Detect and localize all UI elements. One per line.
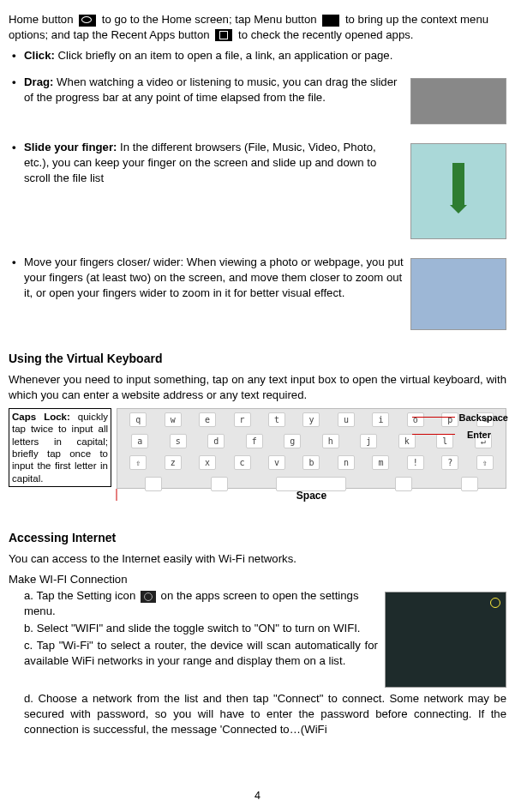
menu-button-icon	[322, 15, 339, 27]
slide-illustration	[410, 143, 506, 239]
wifi-settings-screenshot	[385, 592, 506, 688]
tip-slide: Slide your finger: In the different brow…	[9, 140, 506, 255]
pinch-illustration	[410, 258, 506, 330]
intro-paragraph: Home button to go to the Home screen; ta…	[9, 12, 506, 43]
backspace-label: Backspace	[459, 412, 509, 424]
page-number: 4	[255, 789, 260, 803]
virtual-keyboard-para: Whenever you need to input something, ta…	[9, 372, 506, 403]
wifi-step-d: d. Choose a network from the list and th…	[9, 691, 506, 737]
accessing-internet-para: You can access to the Internet easily wi…	[9, 551, 506, 567]
caps-lock-label: Caps Lock:	[12, 412, 70, 422]
enter-label: Enter	[467, 429, 491, 442]
tip-click-label: Click:	[24, 49, 55, 62]
wifi-step-a-1: a. Tap the Setting icon	[24, 589, 139, 602]
intro-text-1: Home button	[9, 13, 74, 26]
tip-drag: Drag: When watching a video or listening…	[9, 75, 506, 140]
tip-pinch: Move your fingers closer/ wider: When vi…	[9, 255, 506, 346]
keyboard-illustration: qwertyuiop⌫ asdfghjkl↵ ⇧zxcvbnm!?⇧	[117, 408, 506, 489]
tip-slide-label: Slide your finger:	[24, 141, 117, 153]
intro-text-2: to go to the Home screen; tap Menu butto…	[102, 13, 317, 26]
caps-lock-callout: Caps Lock: quickly tap twice to input al…	[9, 408, 111, 487]
virtual-keyboard-heading: Using the Virtual Keyboard	[9, 351, 506, 367]
recent-apps-button-icon	[215, 29, 232, 41]
wifi-connection-sub: Make WI-FI Connection	[9, 572, 506, 587]
settings-icon	[141, 591, 156, 603]
tip-drag-label: Drag:	[24, 75, 53, 88]
tip-click: Click: Click briefly on an item to open …	[9, 48, 506, 75]
tip-click-text: Click briefly on an item to open a file,…	[55, 49, 392, 62]
drag-illustration	[410, 78, 506, 124]
space-label: Space	[296, 489, 326, 502]
caps-lock-text: quickly tap twice to input all letters i…	[12, 412, 108, 484]
tip-pinch-text: Move your fingers closer/ wider: When vi…	[24, 256, 404, 299]
tip-drag-text: When watching a video or listening to mu…	[24, 75, 397, 104]
accessing-internet-heading: Accessing Internet	[9, 530, 506, 546]
home-button-icon	[79, 15, 96, 27]
intro-text-4: to check the recently opened apps.	[238, 28, 414, 41]
